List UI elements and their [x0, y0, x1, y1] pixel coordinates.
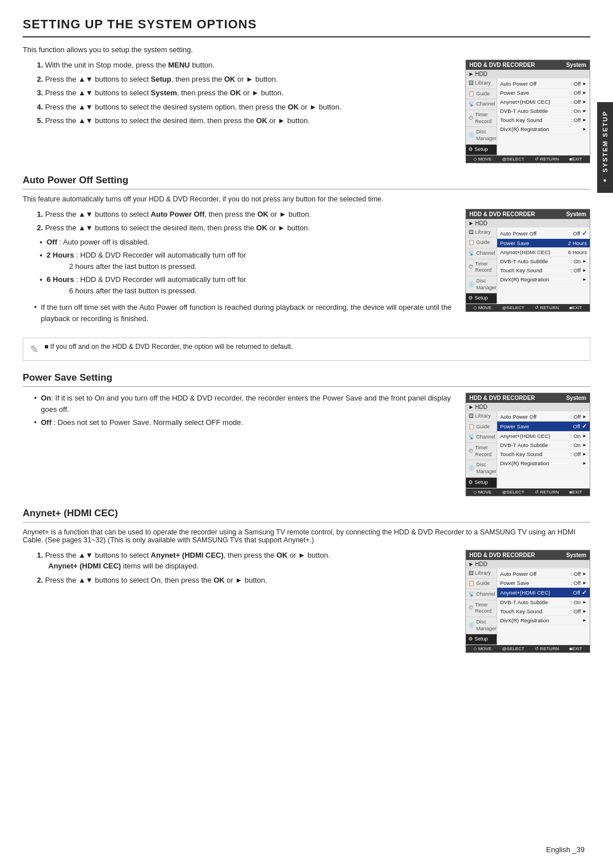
apo-bullet-6h: 6 Hours : HDD & DVD Recorder will automa…	[40, 274, 454, 296]
apo-extra-bullet: If the turn off time set with the Auto P…	[34, 302, 454, 324]
system-setup-tab: SYSTEM SETUP	[597, 102, 613, 193]
sb3-guide: 📋Guide	[466, 422, 497, 433]
sb2-setup: ⚙Setup	[466, 293, 497, 304]
menu-box-4: HDD & DVD RECORDER System HDD 🖼Library 📋…	[465, 550, 590, 654]
f2-move: ◇ MOVE	[473, 305, 492, 310]
m3-dvbt: DVB-T Auto Subtitle : On ►	[497, 441, 590, 450]
step-1: 1. With the unit in Stop mode, press the…	[34, 60, 454, 71]
menu-footer-2: ◇ MOVE @SELECT ↺ RETURN ■EXIT	[466, 304, 590, 311]
hdd-dvd-menu-2: HDD & DVD RECORDER System HDD 🖼Library 📋…	[465, 209, 590, 313]
sb2-disc: 💿Disc Manager	[466, 276, 497, 293]
anynet-desc: Anynet+ is a function that can be used t…	[23, 528, 590, 544]
sb4-library: 🖼Library	[466, 568, 497, 579]
menu-row-touch: Touch Key Sound : Off ►	[497, 116, 590, 125]
sidebar-timer-record: ⏱Timer Record	[466, 110, 497, 127]
auto-power-off-desc: This feature automatically turns off you…	[23, 195, 590, 203]
menu-nav-2: 🖼Library 📋Guide 📡Channel ⏱Timer Record 💿…	[466, 227, 590, 305]
menu-row-divx: DivX(R) Registration ►	[497, 125, 590, 134]
note-text: ■ If you off and on the HDD & DVD Record…	[44, 343, 293, 351]
sb2-library: 🖼Library	[466, 227, 497, 238]
menu-sidebar-2: 🖼Library 📋Guide 📡Channel ⏱Timer Record 💿…	[466, 227, 497, 305]
step-4: 4. Press the ▲▼ buttons to select the de…	[34, 102, 454, 113]
hdd-dvd-menu-1: HDD & DVD RECORDER System HDD 🖼Library 📋…	[465, 60, 590, 163]
hdd-dvd-menu-4: HDD & DVD RECORDER System HDD 🖼Library 📋…	[465, 550, 590, 654]
note-icon: ✎	[30, 343, 39, 356]
ps-bullet-off: Off : Does not set to Power Save. Normal…	[34, 417, 454, 428]
m3-power-save: Power Save Off ✓	[497, 422, 590, 432]
menu-sidebar-1: 🖼Library 📋Guide 📡Channel ⏱Timer Record 💿…	[466, 78, 497, 155]
menu-row-power-save: Power Save : Off ►	[497, 89, 590, 98]
f2-exit: ■EXIT	[569, 305, 582, 310]
menu-header-4: HDD & DVD RECORDER System	[466, 550, 590, 560]
apo-step-2: 2. Press the ▲▼ buttons to select the de…	[34, 222, 454, 296]
m2-dvbt: DVB-T Auto Subtitle : On ►	[497, 257, 590, 266]
f4-exit: ■EXIT	[569, 646, 582, 651]
menu-header-right-2: System	[566, 211, 586, 217]
m2-auto-power: Auto Power Off Off ✓	[497, 229, 590, 239]
menu-nav-3: 🖼Library 📋Guide 📡Channel ⏱Timer Record 💿…	[466, 411, 590, 488]
anynet-steps-col: 1. Press the ▲▼ buttons to select Anynet…	[23, 550, 454, 592]
f4-move: ◇ MOVE	[473, 646, 492, 651]
page-number: English _39	[546, 845, 585, 854]
sidebar-guide: 📋Guide	[466, 89, 497, 100]
menu-content-1: Auto Power Off : Off ► Power Save : Off …	[497, 78, 590, 155]
f3-return: ↺ RETURN	[535, 490, 559, 495]
anynet-heading: Anynet+ (HDMI CEC)	[23, 508, 590, 523]
m4-anynet: Anynet+(HDMI CEC) Off ✓	[497, 588, 590, 598]
menu-hdd-row-1: HDD	[466, 70, 590, 78]
menu-content-4: Auto Power Off : Off ► Power Save : Off …	[497, 568, 590, 646]
step-3: 3. Press the ▲▼ buttons to select System…	[34, 87, 454, 99]
menu-header-2: HDD & DVD RECORDER System	[466, 209, 590, 219]
footer-exit-1: ■EXIT	[569, 157, 582, 162]
menu-header-left-3: HDD & DVD RECORDER	[469, 395, 535, 401]
f4-select: @SELECT	[502, 646, 524, 651]
menu-header-right-3: System	[566, 395, 586, 401]
menu-content-2: Auto Power Off Off ✓ Power Save 2 Hours …	[497, 227, 590, 305]
sb2-channel: 📡Channel	[466, 248, 497, 259]
sb3-disc: 💿Disc Manager	[466, 460, 497, 477]
f3-exit: ■EXIT	[569, 490, 582, 495]
sb4-channel: 📡Channel	[466, 589, 497, 600]
m3-divx: DivX(R) Registration ►	[497, 459, 590, 468]
anynet-steps: 1. Press the ▲▼ buttons to select Anynet…	[34, 550, 454, 586]
note-box: ✎ ■ If you off and on the HDD & DVD Reco…	[23, 338, 590, 361]
menu-row-anynet: Anynet+(HDMI CEC) : Off ►	[497, 98, 590, 107]
page-title: SETTING UP THE SYSTEM OPTIONS	[23, 17, 590, 37]
sb2-guide: 📋Guide	[466, 238, 497, 248]
menu-header-3: HDD & DVD RECORDER System	[466, 393, 590, 403]
m2-anynet: Anynet+(HDMI CEC) 6 Hours	[497, 248, 590, 257]
footer-move-1: ◇ MOVE	[473, 157, 492, 162]
power-save-text: On: If it is set to On and you turn off …	[23, 393, 454, 434]
auto-power-off-section: 1. Press the ▲▼ buttons to select Auto P…	[23, 209, 590, 330]
side-tab-label: SYSTEM SETUP	[602, 111, 608, 172]
menu-row-auto-power: Auto Power Off : Off ►	[497, 79, 590, 89]
menu-content-3: Auto Power Off : Off ► Power Save Off ✓ …	[497, 411, 590, 488]
f3-select: @SELECT	[502, 490, 524, 495]
menu-sidebar-4: 🖼Library 📋Guide 📡Channel ⏱Timer Record 💿…	[466, 568, 497, 646]
m3-auto-power: Auto Power Off : Off ►	[497, 412, 590, 422]
sidebar-disc-manager: 💿Disc Manager	[466, 127, 497, 144]
menu-hdd-row-3: HDD	[466, 403, 590, 411]
power-save-section: On: If it is set to On and you turn off …	[23, 393, 590, 496]
menu-sidebar-3: 🖼Library 📋Guide 📡Channel ⏱Timer Record 💿…	[466, 411, 497, 488]
apo-bullet-off: Off : Auto power off is disabled.	[40, 237, 454, 248]
auto-power-off-heading: Auto Power Off Setting	[23, 175, 590, 189]
sb4-setup: ⚙Setup	[466, 634, 497, 645]
sb2-timer: ⏱Timer Record	[466, 259, 497, 276]
footer-return-1: ↺ RETURN	[535, 157, 559, 162]
anynet-step-2: 2. Press the ▲▼ buttons to select On, th…	[34, 575, 454, 586]
apo-bullet-2h: 2 Hours : HDD & DVD Recorder will automa…	[40, 250, 454, 272]
f2-return: ↺ RETURN	[535, 305, 559, 310]
menu-header-right-4: System	[566, 552, 586, 558]
setup-steps-list: 1. With the unit in Stop mode, press the…	[34, 60, 454, 127]
menu-header-left-1: HDD & DVD RECORDER	[469, 62, 535, 68]
m4-touch: Touch Key Sound : Off ►	[497, 607, 590, 616]
step-5: 5. Press the ▲▼ buttons to select the de…	[34, 115, 454, 127]
apo-step-1: 1. Press the ▲▼ buttons to select Auto P…	[34, 209, 454, 220]
power-save-heading: Power Save Setting	[23, 372, 590, 387]
ps-bullet-on: On: If it is set to On and you turn off …	[34, 393, 454, 415]
m3-anynet: Anynet+(HDMI CEC) : On ►	[497, 432, 590, 441]
menu-nav-1: 🖼Library 📋Guide 📡Channel ⏱Timer Record 💿…	[466, 78, 590, 155]
m4-auto-power: Auto Power Off : Off ►	[497, 570, 590, 579]
menu-footer-3: ◇ MOVE @SELECT ↺ RETURN ■EXIT	[466, 488, 590, 496]
